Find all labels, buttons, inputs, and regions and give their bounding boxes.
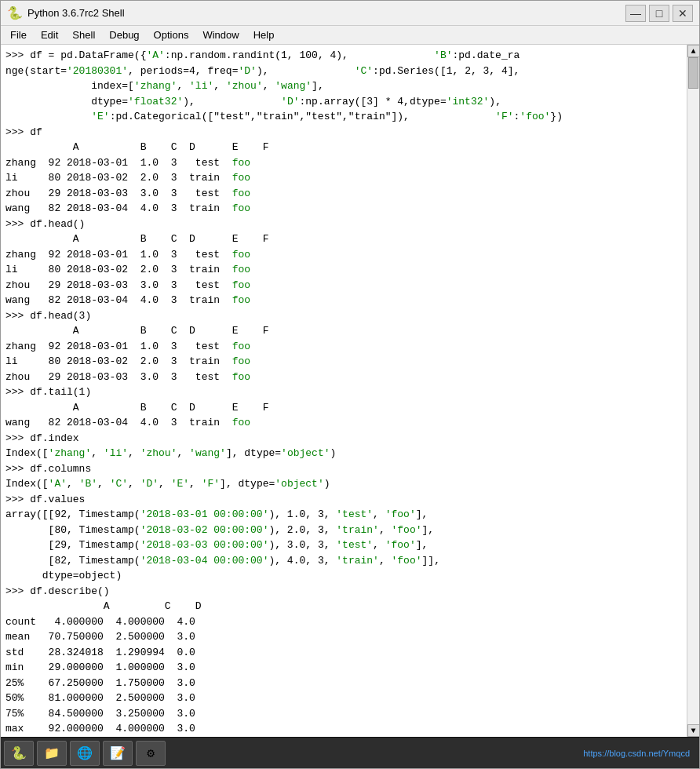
taskbar: 🐍 📁 🌐 📝 ⚙️ https://blog.csdn.net/Ymqcd: [1, 737, 699, 768]
window-controls: — □ ✕: [625, 5, 693, 22]
menu-shell[interactable]: Shell: [66, 27, 101, 42]
taskbar-folder[interactable]: 📁: [37, 741, 67, 766]
menu-window[interactable]: Window: [196, 27, 245, 42]
window-title: Python 3.6.7rc2 Shell: [27, 7, 625, 19]
menu-debug[interactable]: Debug: [103, 27, 145, 42]
app-icon: 🐍: [7, 5, 23, 21]
close-button[interactable]: ✕: [673, 5, 693, 22]
taskbar-python[interactable]: 🐍: [4, 741, 34, 766]
title-bar: 🐍 Python 3.6.7rc2 Shell — □ ✕: [1, 1, 699, 26]
maximize-button[interactable]: □: [649, 5, 669, 22]
scrollbar-track: [687, 57, 699, 724]
minimize-button[interactable]: —: [625, 5, 646, 22]
scroll-down-button[interactable]: ▼: [687, 724, 700, 737]
url-display: https://blog.csdn.net/Ymqcd: [583, 749, 690, 758]
menu-help[interactable]: Help: [247, 27, 281, 42]
taskbar-app3[interactable]: 📝: [103, 741, 133, 766]
shell-area: >>> df = pd.DataFrame({'A':np.random.ran…: [1, 45, 699, 737]
menu-bar: File Edit Shell Debug Options Window Hel…: [1, 26, 699, 45]
scrollbar-thumb[interactable]: [688, 57, 698, 89]
menu-options[interactable]: Options: [148, 27, 195, 42]
folder-icon: 📁: [42, 744, 61, 763]
menu-file[interactable]: File: [4, 27, 33, 42]
app3-icon: 📝: [108, 744, 127, 763]
app4-icon: ⚙️: [141, 744, 160, 763]
python-icon: 🐍: [9, 744, 28, 763]
taskbar-url: https://blog.csdn.net/Ymqcd: [583, 749, 696, 758]
taskbar-app4[interactable]: ⚙️: [136, 741, 166, 766]
taskbar-browser[interactable]: 🌐: [70, 741, 100, 766]
scroll-up-button[interactable]: ▲: [687, 45, 700, 57]
main-window: 🐍 Python 3.6.7rc2 Shell — □ ✕ File Edit …: [0, 0, 700, 769]
scrollbar[interactable]: ▲ ▼: [687, 45, 699, 737]
shell-output[interactable]: >>> df = pd.DataFrame({'A':np.random.ran…: [1, 45, 687, 737]
menu-edit[interactable]: Edit: [35, 27, 64, 42]
browser-icon: 🌐: [75, 744, 94, 763]
